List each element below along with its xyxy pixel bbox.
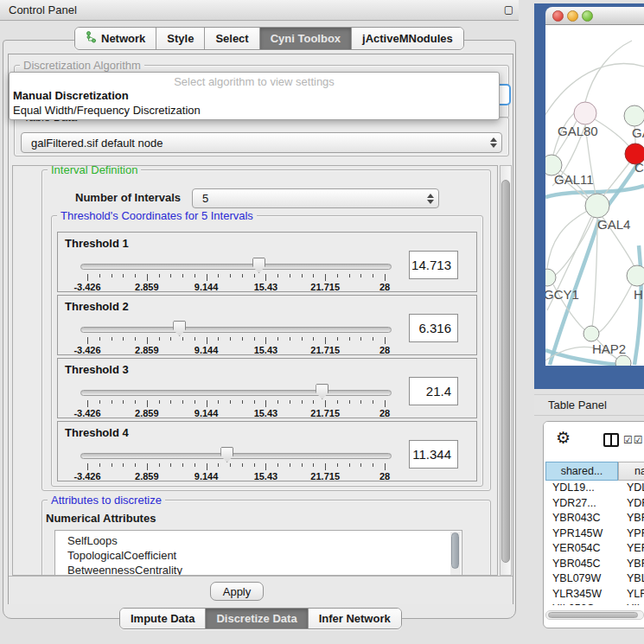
table-cell[interactable]: YIL052C xyxy=(545,602,618,605)
table-cell[interactable]: YDR27... xyxy=(545,496,618,512)
table-row[interactable]: YBL079WYBL0 xyxy=(544,571,644,587)
tab-impute-data[interactable]: Impute Data xyxy=(120,609,206,628)
tab-discretize-data[interactable]: Discretize Data xyxy=(206,609,308,628)
minimize-button[interactable] xyxy=(567,10,578,22)
list-item[interactable]: BetweennessCentrality xyxy=(55,563,462,576)
table-row[interactable]: YIL052CYIL0 xyxy=(544,602,644,605)
float-window-icon[interactable]: ▢ xyxy=(504,3,513,16)
table-row[interactable]: YDR27...YDR2 xyxy=(544,496,644,512)
network-node-node-right-mid[interactable] xyxy=(627,265,644,286)
threshold-slider[interactable]: -3.4262.8599.14415.4321.71528 xyxy=(80,258,392,292)
scale-label: 28 xyxy=(379,471,390,481)
threshold-value-field[interactable]: 11.344 xyxy=(409,440,458,469)
slider-handle[interactable] xyxy=(173,321,186,336)
gear-icon[interactable]: ⚙ xyxy=(556,430,571,447)
dropdown-option[interactable]: Equal Width/Frequency Discretization xyxy=(13,104,201,117)
slider-track[interactable] xyxy=(80,264,392,270)
slider-tick xyxy=(170,400,171,404)
number-of-intervals-combobox[interactable]: 5 xyxy=(192,188,439,208)
slider-tick xyxy=(123,274,124,277)
list-item[interactable]: SelfLoops xyxy=(55,531,462,548)
table-row[interactable]: YPR145WYPR1 xyxy=(544,526,644,542)
table-cell[interactable]: YBR0 xyxy=(618,511,644,526)
split-columns-icon[interactable] xyxy=(603,433,619,447)
threshold-slider[interactable]: -3.4262.8599.14415.4321.71528 xyxy=(80,321,392,355)
table-horizontal-scrollbar[interactable] xyxy=(545,610,644,620)
network-node-node-right-top[interactable] xyxy=(624,105,644,126)
checkbox-icons[interactable]: ☑☑ xyxy=(623,434,644,446)
settings-scrollbar[interactable] xyxy=(500,165,512,576)
slider-tick xyxy=(147,274,148,281)
table-cell[interactable]: YLR345W xyxy=(545,587,618,603)
network-canvas[interactable]: GAL80GACGAL11GAL4GCY1HHAP2 xyxy=(545,25,644,366)
tab-label: Cyni Toolbox xyxy=(271,32,341,45)
list-scrollbar[interactable] xyxy=(450,532,461,576)
tab-jactivemnodules[interactable]: jActiveMNodules xyxy=(352,28,463,49)
slider-tick xyxy=(349,400,350,404)
tab-select[interactable]: Select xyxy=(205,28,259,49)
table-row[interactable]: YBR043CYBR0 xyxy=(544,511,644,526)
tab-cyni-toolbox[interactable]: Cyni Toolbox xyxy=(260,28,352,49)
slider-tick xyxy=(207,463,207,470)
list-scrollbar-thumb[interactable] xyxy=(451,532,459,569)
table-data-combobox[interactable]: galFiltered.sif default node xyxy=(21,132,502,153)
numerical-attributes-list[interactable]: SelfLoopsTopologicalCoefficientBetweenne… xyxy=(54,530,462,576)
slider-tick xyxy=(218,463,219,467)
slider-track[interactable] xyxy=(80,327,392,333)
slider-track[interactable] xyxy=(80,453,392,459)
tab-infer-network[interactable]: Infer Network xyxy=(309,609,401,628)
table-cell[interactable]: YLR3 xyxy=(618,587,644,603)
slider-handle[interactable] xyxy=(252,258,265,273)
table-row[interactable]: YER054CYER0 xyxy=(544,541,644,557)
table-cell[interactable]: YBR043C xyxy=(545,511,618,526)
checkbox-icon[interactable]: ☑ xyxy=(623,434,634,446)
table-cell[interactable]: YER0 xyxy=(618,541,644,557)
column-header[interactable]: shared... xyxy=(545,462,618,481)
slider-track[interactable] xyxy=(80,390,392,396)
table-data-combobox-value: galFiltered.sif default node xyxy=(22,137,486,150)
threshold-value-field[interactable]: 14.713 xyxy=(409,251,458,279)
interval-definition-group: Interval Definition Number of Intervals … xyxy=(41,169,491,491)
threshold-value-field[interactable]: 21.4 xyxy=(409,377,458,405)
table-cell[interactable]: YER054C xyxy=(545,541,618,557)
attributes-to-discretize-group: Attributes to discretize Numerical Attri… xyxy=(41,500,491,576)
slider-handle[interactable] xyxy=(316,384,328,399)
table-cell[interactable]: YDL1 xyxy=(618,481,644,496)
app-screenshot: Control Panel ▢ ✖ NetworkStyleSelectCyni… xyxy=(0,0,644,644)
network-node-GCY1[interactable] xyxy=(545,269,556,286)
apply-button[interactable]: Apply xyxy=(210,582,264,601)
table-cell[interactable]: YDL19... xyxy=(545,481,618,496)
threshold-value-field[interactable]: 6.316 xyxy=(409,314,458,342)
tab-network[interactable]: Network xyxy=(75,28,156,49)
slider-tick xyxy=(360,337,361,341)
table-cell[interactable]: YBL0 xyxy=(618,571,644,587)
threshold-slider[interactable]: -3.4262.8599.14415.4321.71528 xyxy=(80,384,392,418)
table-row[interactable]: YLR345WYLR3 xyxy=(544,587,644,603)
table-cell[interactable]: YPR145W xyxy=(545,526,618,542)
network-node-GAL80[interactable] xyxy=(574,102,596,124)
slider-handle[interactable] xyxy=(220,447,233,462)
table-cell[interactable]: YPR1 xyxy=(618,526,644,542)
scale-label: 21.715 xyxy=(310,408,340,418)
column-header[interactable]: na xyxy=(618,462,644,481)
table-cell[interactable]: YBR045C xyxy=(545,557,618,572)
close-button[interactable] xyxy=(552,10,564,22)
settings-scrollbar-thumb[interactable] xyxy=(501,180,510,563)
dropdown-option[interactable]: Manual Discretization xyxy=(13,89,129,102)
threshold-slider[interactable]: -3.4262.8599.14415.4321.71528 xyxy=(80,447,392,481)
checkbox-icon[interactable]: ☑ xyxy=(634,434,644,446)
table-cell[interactable]: YBL079W xyxy=(545,571,618,587)
zoom-button[interactable] xyxy=(582,10,593,22)
table-cell[interactable]: YBR0 xyxy=(618,557,644,572)
table-cell[interactable]: YIL0 xyxy=(618,602,644,605)
network-node-GAL4[interactable] xyxy=(585,194,609,218)
network-node-node-bottom-partial[interactable] xyxy=(615,355,631,366)
tab-style[interactable]: Style xyxy=(156,28,205,49)
table-cell[interactable]: YDR2 xyxy=(618,496,644,512)
network-node-HAP2[interactable] xyxy=(583,326,599,341)
list-item[interactable]: TopologicalCoefficient xyxy=(55,548,462,563)
table-row[interactable]: YBR045CYBR0 xyxy=(544,557,644,572)
table-row[interactable]: YDL19...YDL1 xyxy=(544,481,644,496)
table-hscrollbar-thumb[interactable] xyxy=(548,612,638,618)
network-window-titlebar[interactable] xyxy=(545,7,644,25)
